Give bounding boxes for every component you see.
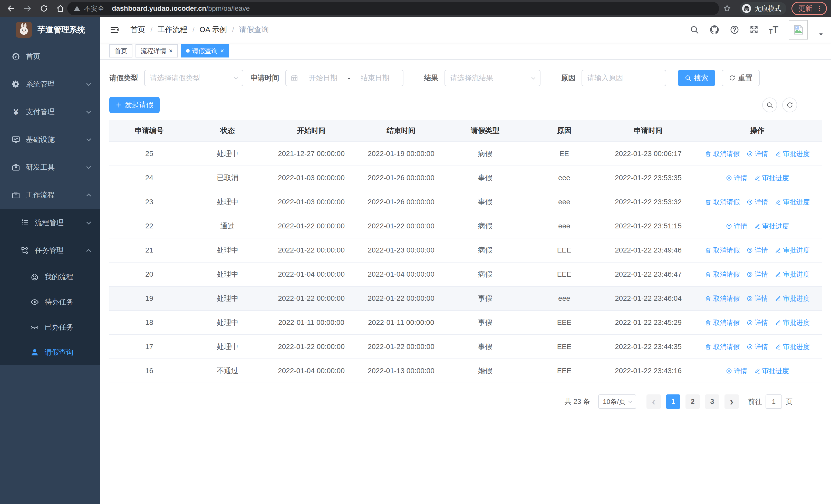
- home-icon[interactable]: [56, 4, 65, 13]
- search-icon[interactable]: [690, 25, 699, 34]
- table-toolbar: 发起请假: [109, 97, 822, 113]
- cancel-leave-link[interactable]: 取消请假: [705, 246, 740, 255]
- sidebar-item-todo-tasks[interactable]: 待办任务: [0, 290, 100, 315]
- detail-link[interactable]: 详情: [747, 198, 768, 207]
- detail-link[interactable]: 详情: [747, 294, 768, 303]
- detail-link[interactable]: 详情: [747, 318, 768, 327]
- approval-progress-link[interactable]: 审批进度: [754, 174, 789, 182]
- breadcrumb-workflow[interactable]: 工作流程: [157, 25, 188, 35]
- detail-link[interactable]: 详情: [726, 222, 747, 231]
- approval-progress-link[interactable]: 审批进度: [775, 294, 810, 303]
- page-size-select[interactable]: 10条/页: [598, 394, 636, 409]
- table-row: 17处理中 2022-01-22 00:00:002022-01-22 00:0…: [109, 335, 822, 359]
- table-row: 16不通过 2022-01-04 00:00:002022-01-13 00:0…: [109, 359, 822, 383]
- page-1-button[interactable]: 1: [666, 394, 680, 409]
- font-size-icon[interactable]: [769, 24, 778, 35]
- goto-label: 前往: [748, 397, 762, 406]
- approval-progress-link[interactable]: 审批进度: [775, 246, 810, 255]
- approval-progress-link[interactable]: 审批进度: [775, 342, 810, 351]
- sidebar-item-done-tasks[interactable]: 已办任务: [0, 315, 100, 340]
- fullscreen-icon[interactable]: [749, 25, 758, 34]
- pen-icon: [775, 151, 781, 157]
- sidebar-item-process-mgmt[interactable]: 流程管理: [0, 209, 100, 237]
- detail-link[interactable]: 详情: [747, 342, 768, 351]
- sidebar-item-leave-query[interactable]: 请假查询: [0, 340, 100, 365]
- reason-input[interactable]: [581, 70, 666, 86]
- cancel-leave-link[interactable]: 取消请假: [705, 342, 740, 351]
- leave-type-label: 请假类型: [109, 73, 138, 83]
- tab-leave-query[interactable]: 请假查询: [181, 44, 229, 58]
- approval-progress-link[interactable]: 审批进度: [754, 366, 789, 376]
- approval-progress-link[interactable]: 审批进度: [775, 198, 810, 207]
- cancel-leave-link[interactable]: 取消请假: [705, 294, 740, 303]
- help-icon[interactable]: [730, 25, 739, 34]
- approval-progress-link[interactable]: 审批进度: [775, 270, 810, 279]
- table-refresh-button[interactable]: [782, 97, 797, 112]
- trash-icon: [705, 151, 711, 157]
- update-chip[interactable]: 更新: [792, 2, 827, 15]
- detail-link[interactable]: 详情: [747, 149, 768, 158]
- prev-page-button[interactable]: [647, 394, 661, 409]
- caret-down-icon[interactable]: [818, 32, 824, 37]
- breadcrumb-oa-example[interactable]: OA 示例: [200, 25, 227, 35]
- page-2-button[interactable]: 2: [686, 394, 700, 409]
- leave-type-select[interactable]: 请选择请假类型: [144, 70, 243, 86]
- github-icon[interactable]: [709, 25, 720, 35]
- active-tab-dot: [186, 49, 190, 53]
- col-actions: 操作: [693, 120, 822, 142]
- detail-link[interactable]: 详情: [747, 246, 768, 255]
- cancel-leave-link[interactable]: 取消请假: [705, 318, 740, 327]
- approval-progress-link[interactable]: 审批进度: [775, 318, 810, 327]
- back-icon[interactable]: [7, 4, 16, 13]
- tab-process-detail[interactable]: 流程详情: [136, 44, 178, 58]
- trash-icon: [705, 320, 711, 326]
- app-logo[interactable]: 芋道管理系统: [0, 17, 100, 42]
- refresh-icon: [729, 75, 736, 81]
- sidebar-item-system-mgmt[interactable]: 系统管理: [0, 70, 100, 98]
- detail-link[interactable]: 详情: [726, 174, 747, 182]
- close-icon[interactable]: [169, 47, 173, 55]
- sidebar-item-dev-tools[interactable]: 研发工具: [0, 153, 100, 181]
- cancel-leave-link[interactable]: 取消请假: [705, 198, 740, 207]
- address-bar[interactable]: 不安全 dashboard.yudao.iocoder.cn/bpm/oa/le…: [67, 2, 719, 15]
- detail-icon: [747, 151, 753, 157]
- start-date-placeholder: 开始日期: [300, 73, 346, 83]
- page-3-button[interactable]: 3: [705, 394, 719, 409]
- goto-page-input[interactable]: [766, 394, 782, 409]
- approval-progress-link[interactable]: 审批进度: [775, 149, 810, 158]
- detail-link[interactable]: 详情: [747, 270, 768, 279]
- breadcrumb-separator: [150, 26, 152, 34]
- breadcrumb-home[interactable]: 首页: [131, 25, 145, 35]
- pen-icon: [775, 271, 781, 278]
- close-icon[interactable]: [221, 47, 224, 55]
- detail-link[interactable]: 详情: [726, 366, 747, 376]
- chevron-down-icon: [532, 75, 536, 79]
- sidebar-item-my-processes[interactable]: 我的流程: [0, 264, 100, 290]
- hamburger-icon[interactable]: [109, 25, 120, 35]
- avatar[interactable]: [789, 20, 808, 39]
- sidebar-menu: 首页 系统管理 支付管理 基础设施 研发工具: [0, 42, 100, 365]
- forward-icon[interactable]: [23, 4, 32, 13]
- apply-time-range-picker[interactable]: 开始日期 - 结束日期: [285, 70, 403, 86]
- sidebar-item-task-mgmt[interactable]: 任务管理: [0, 237, 100, 264]
- result-select[interactable]: 请选择流结果: [445, 70, 541, 86]
- sidebar-item-workflow[interactable]: 工作流程: [0, 181, 100, 209]
- create-leave-button[interactable]: 发起请假: [109, 97, 160, 113]
- reset-button[interactable]: 重置: [722, 70, 760, 86]
- approval-progress-link[interactable]: 审批进度: [754, 222, 789, 231]
- search-button[interactable]: 搜索: [678, 70, 715, 86]
- detail-icon: [747, 295, 753, 302]
- kebab-menu-icon[interactable]: [816, 5, 823, 11]
- sidebar-item-infrastructure[interactable]: 基础设施: [0, 126, 100, 153]
- page-buttons: 1 2 3: [647, 394, 739, 409]
- sidebar-item-home[interactable]: 首页: [0, 42, 100, 70]
- bookmark-star-icon[interactable]: [723, 4, 732, 13]
- sidebar-item-payment-mgmt[interactable]: 支付管理: [0, 98, 100, 126]
- table-search-button[interactable]: [762, 97, 777, 112]
- tab-home[interactable]: 首页: [109, 44, 133, 58]
- reload-icon[interactable]: [39, 4, 48, 13]
- detail-icon: [747, 247, 753, 254]
- next-page-button[interactable]: [724, 394, 739, 409]
- cancel-leave-link[interactable]: 取消请假: [705, 149, 740, 158]
- cancel-leave-link[interactable]: 取消请假: [705, 270, 740, 279]
